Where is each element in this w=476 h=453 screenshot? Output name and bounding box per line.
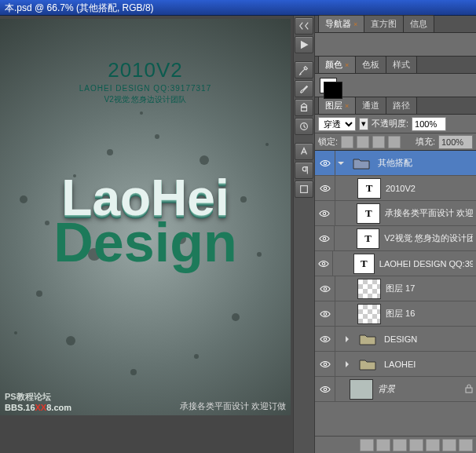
layer-panel-footer <box>315 436 476 453</box>
headline-block: 2010V2 LAOHEI DESIGN QQ:39177317 V2视觉 悠身… <box>0 58 291 105</box>
navigator-panel <box>315 33 476 57</box>
chevron-down-icon[interactable] <box>335 160 346 166</box>
layer-name[interactable]: LAOHEI DESIGN QQ:3917 <box>379 259 473 269</box>
tab-channels[interactable]: 通道 <box>355 97 386 114</box>
watermark-line1: PS教程论坛 <box>5 391 71 403</box>
layer-item[interactable]: 图层 17 <box>315 276 476 301</box>
lock-pixels-icon[interactable] <box>357 136 369 148</box>
group-icon[interactable] <box>426 439 440 451</box>
svg-rect-19 <box>301 186 308 193</box>
layer-group[interactable]: DESIGN <box>315 327 476 352</box>
layer-name[interactable]: V2视觉 悠身边的设计团 <box>384 232 473 244</box>
tab-color[interactable]: 颜色× <box>318 56 356 73</box>
svg-point-4 <box>155 134 159 139</box>
tab-info[interactable]: 信息 <box>403 15 434 32</box>
svg-point-25 <box>324 287 327 290</box>
canvas-area: 2010V2 LAOHEI DESIGN QQ:39177317 V2视觉 悠身… <box>0 16 293 453</box>
eye-icon[interactable] <box>315 377 335 401</box>
lock-icon <box>465 384 473 395</box>
chevron-down-icon[interactable]: ▾ <box>359 118 368 130</box>
tab-layers[interactable]: 图层× <box>318 97 356 114</box>
tab-navigator[interactable]: 导航器× <box>318 15 364 32</box>
layer-name[interactable]: 其他搭配 <box>378 157 412 169</box>
tab-swatches[interactable]: 色板 <box>355 56 386 73</box>
color-panel <box>315 74 476 97</box>
history-icon[interactable] <box>295 118 313 135</box>
new-layer-icon[interactable] <box>442 439 456 451</box>
svg-point-27 <box>324 338 327 341</box>
tab-paths[interactable]: 路径 <box>386 97 417 114</box>
close-icon[interactable]: × <box>345 102 349 110</box>
eye-icon[interactable] <box>315 327 335 351</box>
layer-name[interactable]: DESIGN <box>384 334 417 344</box>
layer-item[interactable]: T 承接各类平面设计 欢迎 <box>315 201 476 226</box>
lock-all-icon[interactable] <box>388 136 401 148</box>
clone-icon[interactable] <box>295 99 313 116</box>
close-icon[interactable]: × <box>345 61 349 69</box>
close-icon[interactable]: × <box>353 20 357 28</box>
tab-styles[interactable]: 样式 <box>386 56 417 73</box>
fill-label: 填充: <box>416 136 435 148</box>
fx-icon[interactable] <box>376 439 390 451</box>
collapse-icon[interactable] <box>295 17 313 35</box>
opacity-value[interactable]: 100% <box>412 117 446 131</box>
watermark-line2: BBS.16XX8.com <box>5 403 71 412</box>
layer-list[interactable]: 其他搭配 T 2010V2 T 承接各类平面设计 欢迎 T V2视觉 悠身边的设… <box>315 151 476 436</box>
layer-item[interactable]: T V2视觉 悠身边的设计团 <box>315 226 476 251</box>
fill-value[interactable]: 100% <box>438 135 473 149</box>
blend-mode-select[interactable]: 穿透 <box>318 117 356 131</box>
svg-point-29 <box>324 388 327 391</box>
layer-group-selected[interactable]: 其他搭配 <box>315 151 476 176</box>
eye-icon[interactable] <box>315 201 335 225</box>
svg-point-22 <box>324 212 327 215</box>
lock-position-icon[interactable] <box>372 136 385 148</box>
layer-name[interactable]: 承接各类平面设计 欢迎 <box>385 207 473 219</box>
trash-icon[interactable] <box>459 439 473 451</box>
document-canvas[interactable]: 2010V2 LAOHEI DESIGN QQ:39177317 V2视觉 悠身… <box>0 19 291 415</box>
brush-icon[interactable] <box>295 80 313 97</box>
layer-item[interactable]: T 2010V2 <box>315 176 476 201</box>
footer-right: 承接各类平面设计 欢迎订做 <box>180 400 286 412</box>
layer-background[interactable]: 背景 <box>315 377 476 402</box>
svg-point-23 <box>323 237 326 240</box>
bg-layer-thumb <box>350 379 373 400</box>
mask-icon[interactable] <box>393 439 407 451</box>
text-layer-icon: T <box>357 228 379 249</box>
headline-sub1: LAOHEI DESIGN QQ:39177317 <box>0 84 291 93</box>
fg-bg-swatch[interactable] <box>320 78 337 93</box>
eye-icon[interactable] <box>315 226 335 250</box>
color-tabs: 颜色× 色板 样式 <box>315 57 476 74</box>
eye-icon[interactable] <box>315 276 335 301</box>
eye-icon[interactable] <box>315 251 333 276</box>
lock-transparency-icon[interactable] <box>341 136 353 148</box>
layer-group[interactable]: LAOHEI <box>315 352 476 377</box>
layers-icon[interactable] <box>295 181 313 198</box>
layer-name[interactable]: 图层 17 <box>386 283 415 294</box>
character-icon[interactable] <box>295 143 313 160</box>
chevron-right-icon[interactable] <box>342 336 353 342</box>
paragraph-icon[interactable] <box>295 162 313 179</box>
adjustment-icon[interactable] <box>409 439 423 451</box>
layers-tabs: 图层× 通道 路径 <box>315 97 476 115</box>
layer-item[interactable]: 图层 16 <box>315 301 476 327</box>
tab-histogram[interactable]: 直方图 <box>364 15 404 32</box>
eye-icon[interactable] <box>315 176 335 200</box>
opacity-label: 不透明度: <box>372 118 408 130</box>
tools-icon[interactable] <box>295 61 313 79</box>
logo-block: LaoHei Design <box>0 176 291 268</box>
layer-name[interactable]: 2010V2 <box>386 184 416 193</box>
layer-name[interactable]: LAOHEI <box>384 360 416 369</box>
folder-icon <box>356 329 379 349</box>
eye-icon[interactable] <box>315 151 335 175</box>
svg-point-5 <box>200 155 209 165</box>
layer-name[interactable]: 图层 16 <box>386 308 415 320</box>
folder-icon <box>350 153 373 174</box>
chevron-right-icon[interactable] <box>342 361 353 367</box>
svg-point-28 <box>324 363 327 366</box>
layer-item[interactable]: T LAOHEI DESIGN QQ:3917 <box>315 251 476 276</box>
eye-icon[interactable] <box>315 352 335 376</box>
layer-name[interactable]: 背景 <box>378 383 395 395</box>
play-icon[interactable] <box>295 36 313 53</box>
eye-icon[interactable] <box>315 301 335 326</box>
link-icon[interactable] <box>360 439 374 451</box>
